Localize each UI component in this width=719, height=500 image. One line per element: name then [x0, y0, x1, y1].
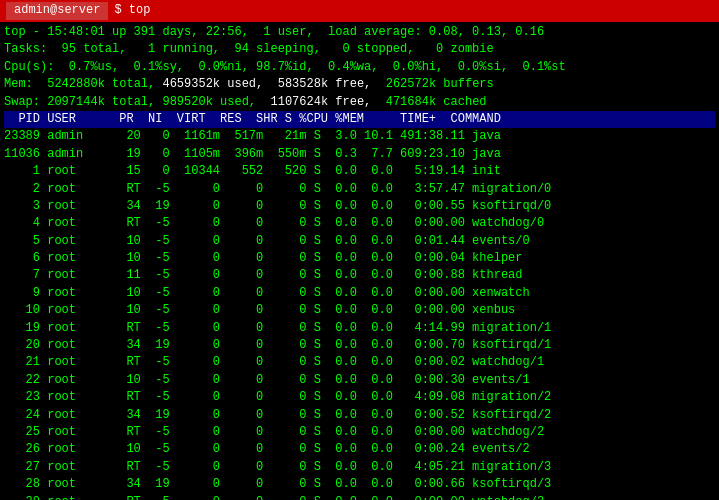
- top-line2: Tasks: 95 total, 1 running, 94 sleeping,…: [4, 41, 715, 58]
- process-row: 23389 admin 20 0 1161m 517m 21m S 3.0 10…: [4, 128, 715, 145]
- mem-used: 4659352k used,: [155, 77, 263, 91]
- title-bar: admin@server $ top: [0, 0, 719, 22]
- process-row: 26 root 10 -5 0 0 0 S 0.0 0.0 0:00.24 ev…: [4, 441, 715, 458]
- process-row: 24 root 34 19 0 0 0 S 0.0 0.0 0:00.52 ks…: [4, 407, 715, 424]
- process-row: 10 root 10 -5 0 0 0 S 0.0 0.0 0:00.00 xe…: [4, 302, 715, 319]
- process-row: 1 root 15 0 10344 552 520 S 0.0 0.0 5:19…: [4, 163, 715, 180]
- process-row: 19 root RT -5 0 0 0 S 0.0 0.0 4:14.99 mi…: [4, 320, 715, 337]
- swap-cached: 471684k cached: [386, 95, 487, 109]
- top-line1: top - 15:48:01 up 391 days, 22:56, 1 use…: [4, 24, 715, 41]
- process-row: 29 root RT -5 0 0 0 S 0.0 0.0 0:00.00 wa…: [4, 494, 715, 500]
- top-swap-line: Swap: 2097144k total, 989520k used, 1107…: [4, 94, 715, 111]
- process-row: 20 root 34 19 0 0 0 S 0.0 0.0 0:00.70 ks…: [4, 337, 715, 354]
- mem-label: Mem:: [4, 77, 47, 91]
- terminal-content: top - 15:48:01 up 391 days, 22:56, 1 use…: [0, 22, 719, 500]
- process-row: 3 root 34 19 0 0 0 S 0.0 0.0 0:00.55 kso…: [4, 198, 715, 215]
- title-bar-command: $ top: [114, 2, 150, 19]
- title-bar-user: admin@server: [6, 2, 108, 19]
- process-row: 6 root 10 -5 0 0 0 S 0.0 0.0 0:00.04 khe…: [4, 250, 715, 267]
- mem-free: 583528k free,: [263, 77, 385, 91]
- process-row: 7 root 11 -5 0 0 0 S 0.0 0.0 0:00.88 kth…: [4, 267, 715, 284]
- process-row: 9 root 10 -5 0 0 0 S 0.0 0.0 0:00.00 xen…: [4, 285, 715, 302]
- process-row: 27 root RT -5 0 0 0 S 0.0 0.0 4:05.21 mi…: [4, 459, 715, 476]
- process-row: 2 root RT -5 0 0 0 S 0.0 0.0 3:57.47 mig…: [4, 181, 715, 198]
- process-row: 5 root 10 -5 0 0 0 S 0.0 0.0 0:01.44 eve…: [4, 233, 715, 250]
- swap-total: 2097144k total,: [47, 95, 155, 109]
- process-row: 22 root 10 -5 0 0 0 S 0.0 0.0 0:00.30 ev…: [4, 372, 715, 389]
- mem-buffers: 262572k buffers: [386, 77, 494, 91]
- process-row: 23 root RT -5 0 0 0 S 0.0 0.0 4:09.08 mi…: [4, 389, 715, 406]
- process-row: 11036 admin 19 0 1105m 396m 550m S 0.3 7…: [4, 146, 715, 163]
- swap-used: 989520k used,: [155, 95, 256, 109]
- swap-label: Swap:: [4, 95, 47, 109]
- mem-total: 5242880k total,: [47, 77, 155, 91]
- top-mem-line: Mem: 5242880k total, 4659352k used, 5835…: [4, 76, 715, 93]
- process-list: 23389 admin 20 0 1161m 517m 21m S 3.0 10…: [4, 128, 715, 500]
- process-row: 21 root RT -5 0 0 0 S 0.0 0.0 0:00.02 wa…: [4, 354, 715, 371]
- column-headers: PID USER PR NI VIRT RES SHR S %CPU %MEM …: [4, 111, 715, 128]
- process-row: 4 root RT -5 0 0 0 S 0.0 0.0 0:00.00 wat…: [4, 215, 715, 232]
- terminal-window: admin@server $ top top - 15:48:01 up 391…: [0, 0, 719, 500]
- process-row: 28 root 34 19 0 0 0 S 0.0 0.0 0:00.66 ks…: [4, 476, 715, 493]
- swap-free: 1107624k free,: [256, 95, 386, 109]
- top-line3: Cpu(s): 0.7%us, 0.1%sy, 0.0%ni, 98.7%id,…: [4, 59, 715, 76]
- process-row: 25 root RT -5 0 0 0 S 0.0 0.0 0:00.00 wa…: [4, 424, 715, 441]
